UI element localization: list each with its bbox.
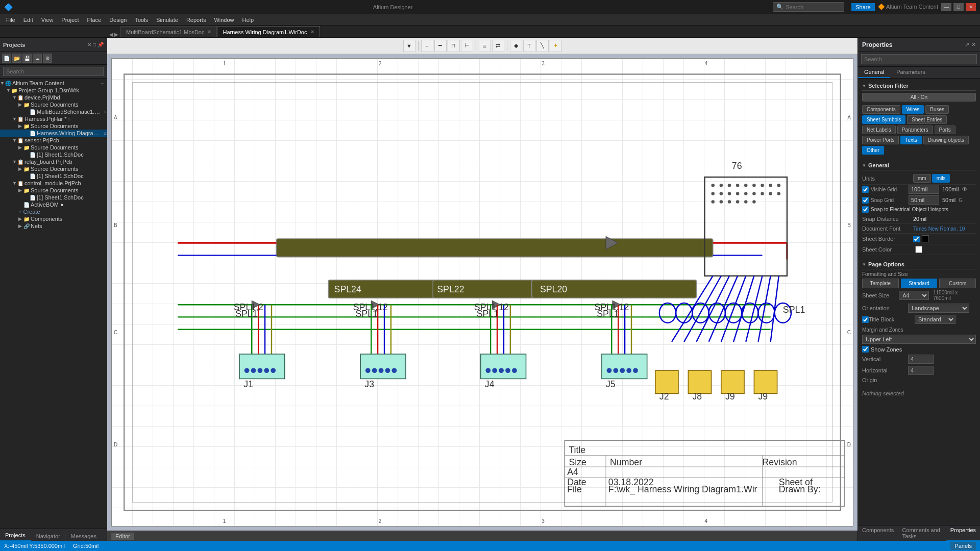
- panel-open-btn[interactable]: 📂: [12, 54, 21, 63]
- panel-tab-navigator[interactable]: Navigator: [31, 532, 66, 541]
- tree-item-altium-team[interactable]: ▼ 🌐 Altium Team Content ···: [0, 80, 107, 87]
- minimize-button[interactable]: —: [941, 3, 951, 11]
- canvas-text-btn[interactable]: T: [523, 40, 535, 52]
- tab-harness-close[interactable]: ✕: [310, 29, 314, 35]
- bottom-tab-components[interactable]: Components: [858, 525, 898, 541]
- tree-item-device[interactable]: ▼ 📋 device.PrjMbd: [0, 94, 107, 101]
- filter-buses[interactable]: Buses: [925, 105, 949, 114]
- titlebar-search-input[interactable]: [786, 4, 837, 10]
- snap-electrical-checkbox[interactable]: [862, 206, 869, 213]
- tree-item-sensor-sheet[interactable]: 📄 [1] Sheet1.SchDoc: [0, 151, 107, 158]
- menu-file[interactable]: File: [2, 16, 19, 24]
- canvas-star-btn[interactable]: ✦: [550, 40, 562, 52]
- panel-cloud-btn[interactable]: ☁: [33, 54, 42, 63]
- tree-item-relay-sheet[interactable]: 📄 [1] Sheet1.SchDoc: [0, 172, 107, 180]
- panel-tab-projects[interactable]: Projects: [0, 531, 31, 541]
- tab-arrow-left[interactable]: ◀: [109, 32, 113, 37]
- panel-settings-btn[interactable]: ⚙: [43, 54, 52, 63]
- filter-texts[interactable]: Texts: [900, 136, 921, 144]
- tree-item-mbsdoc[interactable]: 📄 MultiBoardSchematic1.MbsDoc ⌂: [0, 108, 107, 115]
- panel-float-btn[interactable]: □: [93, 42, 96, 47]
- sheet-color-swatch[interactable]: [915, 246, 922, 253]
- filter-net-labels[interactable]: Net Labels: [862, 126, 896, 134]
- tree-item-harness-src[interactable]: ▶ 📁 Source Documents: [0, 122, 107, 130]
- canvas-add-btn[interactable]: +: [421, 40, 433, 52]
- filter-wires[interactable]: Wires: [902, 105, 924, 114]
- tab-harness[interactable]: Harness Wiring Diagram1.WirDoc ✕: [217, 26, 320, 37]
- panel-new-btn[interactable]: 📄: [2, 54, 11, 63]
- canvas-net-btn[interactable]: ⊓: [448, 40, 460, 52]
- canvas-harness-btn[interactable]: ⇄: [492, 40, 504, 52]
- tab-multibord[interactable]: MultiBoardSchematic1.MbsDoc ✕: [120, 26, 217, 37]
- filter-sheet-entries[interactable]: Sheet Entries: [907, 115, 947, 124]
- canvas-filter-btn[interactable]: ▼: [403, 40, 415, 52]
- create-label[interactable]: + Create: [18, 209, 40, 215]
- sheet-border-color[interactable]: [922, 235, 929, 242]
- sheet-size-select[interactable]: A4 A3 A2 Letter: [899, 291, 929, 300]
- show-zones-checkbox[interactable]: [862, 346, 869, 353]
- panel-save-btn[interactable]: 💾: [22, 54, 32, 63]
- tree-item-create[interactable]: + Create: [0, 208, 107, 215]
- panels-button[interactable]: Panels: [950, 542, 976, 550]
- template-btn[interactable]: Template: [862, 279, 899, 288]
- margin-select[interactable]: Upper Left Upper Right Lower Left Lower …: [862, 335, 976, 344]
- canvas-line-btn[interactable]: ╲: [536, 40, 549, 52]
- tree-item-control-sheet[interactable]: 📄 [1] Sheet1.SchDoc: [0, 194, 107, 201]
- standard-btn[interactable]: Standard: [901, 279, 938, 288]
- canvas-junction-btn[interactable]: ◆: [510, 40, 522, 52]
- snap-grid-input[interactable]: [909, 195, 939, 205]
- menu-reports[interactable]: Reports: [182, 16, 210, 24]
- sheet-border-checkbox[interactable]: [913, 236, 920, 242]
- tree-item-sensor[interactable]: ▼ 📋 sensor.PrjPcb: [0, 137, 107, 144]
- tree-item-components[interactable]: ▶ 📁 Components: [0, 215, 107, 222]
- page-options-header[interactable]: Page Options: [862, 259, 976, 269]
- visible-grid-input[interactable]: [909, 185, 939, 194]
- filter-ports[interactable]: Ports: [935, 126, 955, 134]
- schematic-drawing-area[interactable]: 1 2 3 4 1 2 3 4 A B C D A B C D: [112, 59, 853, 526]
- filter-other[interactable]: Other: [862, 146, 884, 155]
- right-panel-close[interactable]: ✕: [971, 41, 976, 48]
- maximize-button[interactable]: □: [953, 3, 964, 11]
- tree-item-relay-src[interactable]: ▶ 📁 Source Documents: [0, 165, 107, 172]
- canvas-bus-btn[interactable]: ≡: [479, 40, 491, 52]
- panel-pin-btn[interactable]: 📌: [97, 42, 104, 47]
- bottom-tab-comments[interactable]: Comments and Tasks: [898, 525, 946, 541]
- props-tab-general[interactable]: General: [858, 67, 890, 78]
- menu-view[interactable]: View: [37, 16, 58, 24]
- tree-item-source-docs-1[interactable]: ▶ 📁 Source Documents: [0, 101, 107, 108]
- tree-item-wiring-diagram[interactable]: 📄 Harness.Wiring Diagram1.Wi... ⌂: [0, 130, 107, 137]
- snap-grid-checkbox[interactable]: [862, 197, 869, 204]
- tree-item-sensor-src[interactable]: ▶ 📁 Source Documents: [0, 144, 107, 151]
- tree-item-nets[interactable]: ▶ 🔗 Nets: [0, 222, 107, 230]
- schematic-canvas[interactable]: 1 2 3 4 1 2 3 4 A B C D A B C D: [111, 58, 853, 527]
- all-on-button[interactable]: All - On: [862, 93, 976, 102]
- visible-grid-eye[interactable]: 👁: [961, 186, 969, 193]
- tree-item-relay[interactable]: ▼ 📋 relay_board.PrjPcb: [0, 158, 107, 165]
- filter-components[interactable]: Components: [862, 105, 900, 114]
- filter-power-ports[interactable]: Power Ports: [862, 136, 899, 144]
- menu-project[interactable]: Project: [57, 16, 83, 24]
- orientation-select[interactable]: Landscape Portrait: [908, 304, 969, 313]
- menu-design[interactable]: Design: [105, 16, 131, 24]
- tree-item-harness-prj[interactable]: ▼ 📋 Harness.PrjHar * ⌂: [0, 115, 107, 122]
- selection-filter-header[interactable]: Selection Filter: [862, 81, 976, 91]
- menu-simulate[interactable]: Simulate: [152, 16, 182, 24]
- menu-tools[interactable]: Tools: [131, 16, 152, 24]
- title-block-checkbox[interactable]: [862, 316, 869, 323]
- bottom-tab-properties[interactable]: Properties: [946, 525, 980, 541]
- close-button[interactable]: ✕: [966, 3, 976, 11]
- general-header[interactable]: General: [862, 160, 976, 170]
- filter-parameters[interactable]: Parameters: [897, 126, 933, 134]
- unit-mm-btn[interactable]: mm: [913, 174, 931, 183]
- panel-close-btn[interactable]: ✕: [87, 42, 91, 47]
- titlebar-search[interactable]: 🔍: [773, 2, 844, 12]
- panel-search-input[interactable]: [3, 67, 104, 76]
- vertical-input[interactable]: [908, 355, 934, 364]
- visible-grid-checkbox[interactable]: [862, 186, 869, 193]
- filter-sheet-symbols[interactable]: Sheet Symbols: [862, 115, 905, 124]
- tab-multibord-close[interactable]: ✕: [207, 29, 211, 35]
- custom-btn[interactable]: Custom: [939, 279, 976, 288]
- menu-edit[interactable]: Edit: [19, 16, 37, 24]
- menu-place[interactable]: Place: [83, 16, 106, 24]
- props-tab-parameters[interactable]: Parameters: [890, 67, 932, 78]
